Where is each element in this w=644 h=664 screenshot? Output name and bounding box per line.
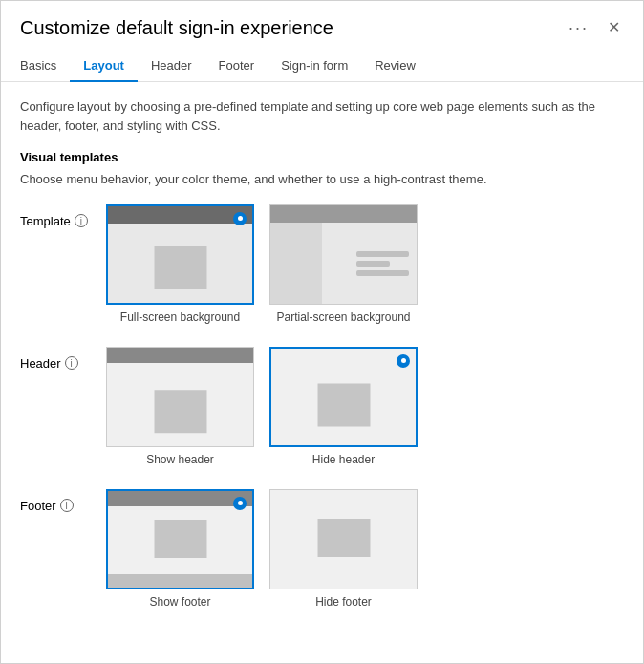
customize-dialog: Customize default sign-in experience ···… [0,0,644,664]
showheader-center-box [154,390,206,433]
showfooter-bottom-bar [108,574,252,588]
tab-header[interactable]: Header [138,51,205,82]
showheader-top-bar [107,348,253,363]
partial-top-bar [270,205,417,223]
header-hide-label: Hide header [312,453,375,466]
visual-templates-desc: Choose menu behavior, your color theme, … [20,170,624,189]
footer-hide-preview [269,489,418,589]
footer-show-preview [106,489,254,589]
template-info-icon[interactable]: i [75,214,88,227]
footer-section: Footer i Show footer [20,489,624,609]
hideheader-center-box [317,384,370,427]
template-section: Template i Full-screen background [20,204,624,324]
template-partial-label: Partial-screen background [276,311,410,324]
partial-preview-bg [270,205,417,304]
more-options-button[interactable]: ··· [569,18,589,38]
header-show-preview [106,347,254,447]
visual-templates-title: Visual templates [20,150,624,164]
template-partial-option[interactable]: Partial-screen background [269,204,418,324]
template-partial-preview [269,204,418,305]
showfooter-top-bar [108,491,252,506]
header-options: Show header Hide header [106,347,418,466]
header-show-option[interactable]: Show header [106,347,254,466]
tab-layout[interactable]: Layout [70,51,138,82]
hidefooter-center-box [317,519,370,557]
tab-footer[interactable]: Footer [205,51,268,82]
showheader-preview-bg [107,348,253,446]
template-fullscreen-option[interactable]: Full-screen background [106,204,254,324]
footer-show-label: Show footer [149,595,210,609]
footer-hide-label: Hide footer [315,595,372,609]
header-label: Header i [20,347,106,371]
template-fullscreen-label: Full-screen background [120,311,240,324]
partial-line-3 [356,270,409,276]
tab-review[interactable]: Review [361,51,429,82]
showfooter-center-box [154,520,206,558]
partial-line-2 [356,261,390,267]
hidefooter-preview-bg [270,490,417,589]
tab-signin-form[interactable]: Sign-in form [268,51,361,82]
partial-line-1 [356,251,409,257]
header-info-icon[interactable]: i [65,356,78,370]
hideheader-radio-selected [397,354,410,368]
footer-info-icon[interactable]: i [60,499,74,512]
dialog-title: Customize default sign-in experience [20,17,569,39]
header-section: Header i Show header [20,347,624,466]
footer-show-option[interactable]: Show footer [106,489,254,609]
template-fullscreen-preview [106,204,254,305]
layout-description: Configure layout by choosing a pre-defin… [20,97,624,135]
header-hide-option[interactable]: Hide header [269,347,418,466]
hideheader-preview-bg [271,349,416,445]
template-label: Template i [20,204,106,228]
template-options: Full-screen background [106,204,418,324]
footer-hide-option[interactable]: Hide footer [269,489,418,609]
dialog-body: Configure layout by choosing a pre-defin… [1,82,643,663]
fullscreen-preview-bg [108,206,252,303]
showfooter-radio-selected [233,497,247,510]
header-hide-preview [269,347,418,447]
fullscreen-center-box [154,246,206,289]
footer-options: Show footer Hide footer [106,489,418,609]
partial-lines [356,251,409,276]
showfooter-preview-bg [108,491,252,588]
partial-right-panel [322,223,417,304]
header-show-label: Show header [146,453,214,466]
fullscreen-top-bar [108,206,252,224]
close-button[interactable]: ✕ [604,16,624,39]
tab-basics[interactable]: Basics [20,51,70,82]
footer-label: Footer i [20,489,106,513]
fullscreen-radio-selected [233,212,247,225]
dialog-header: Customize default sign-in experience ···… [1,1,643,51]
tab-bar: Basics Layout Header Footer Sign-in form… [1,51,643,82]
